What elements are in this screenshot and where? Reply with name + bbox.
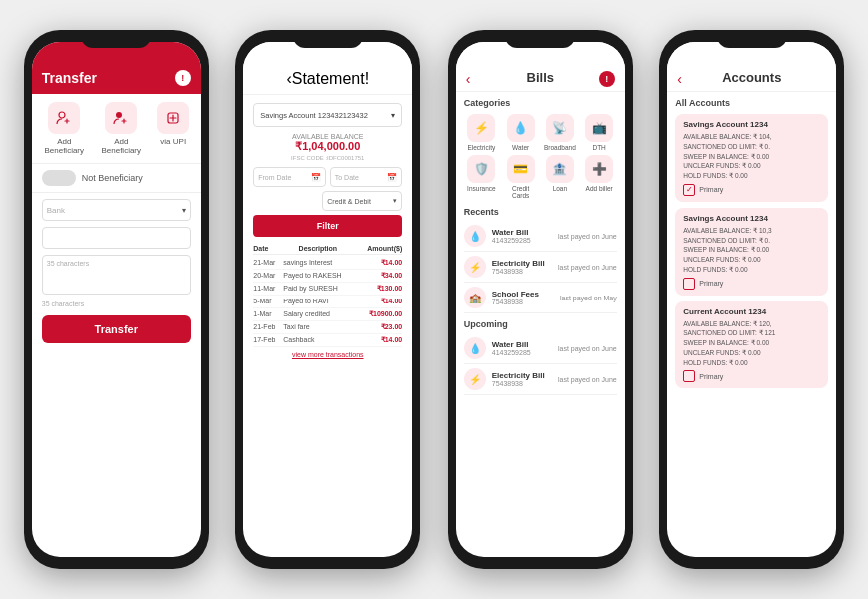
- account-card[interactable]: Current Account 1234 AVAILABLE BALANCE: …: [675, 301, 828, 389]
- transfer-form: Bank ▾ 35 characters 35 characters Trans…: [32, 193, 201, 349]
- bill-item[interactable]: ⚡Electricity Bill75438938last payed on J…: [464, 252, 617, 283]
- svg-point-0: [59, 112, 65, 118]
- notch-1: [81, 30, 151, 48]
- account-number: Savings Account 123432123432: [260, 111, 368, 120]
- category-item[interactable]: 🛡️Insurance: [464, 155, 499, 199]
- amount-input[interactable]: [42, 227, 191, 249]
- balance-label: AVAILABLE BALANCE: [253, 133, 402, 140]
- action-add-beneficiary-1[interactable]: Add Beneficiary: [43, 102, 85, 155]
- date-range-row: From Date 📅 To Date 📅: [253, 167, 402, 187]
- filter-button[interactable]: Filter: [253, 215, 402, 237]
- upcoming-bill-date: last payed on June: [558, 345, 617, 352]
- phone-bills: ‹ Bills ! Categories ⚡Electricity💧Water📡…: [448, 30, 633, 569]
- category-item[interactable]: 💳Credit Cards: [503, 155, 538, 199]
- bill-icon: ⚡: [464, 256, 486, 278]
- primary-checkbox[interactable]: [683, 370, 695, 382]
- bill-item[interactable]: 🏫School Fees75438938last payed on May: [464, 283, 617, 313]
- category-item[interactable]: 🏦Loan: [542, 155, 577, 199]
- view-more-link[interactable]: view more transactions: [253, 351, 402, 358]
- bill-date: last payed on May: [560, 295, 617, 301]
- category-label: Water: [512, 144, 529, 151]
- table-row: 1-MarSalary credited₹10900.00: [253, 308, 402, 321]
- category-item[interactable]: 📡Broadband: [542, 114, 577, 151]
- row-desc: Salary credited: [281, 310, 369, 318]
- category-item[interactable]: ➕Add biller: [582, 155, 617, 199]
- account-select[interactable]: Savings Account 123432123432 ▾: [253, 103, 402, 127]
- svg-point-1: [116, 112, 122, 118]
- row-amount: ₹14.00: [381, 298, 403, 305]
- upcoming-bill-item[interactable]: ⚡Electricity Bill75438938last payed on J…: [464, 364, 617, 395]
- transfer-alert-icon: !: [175, 70, 191, 86]
- phone-transfer: Transfer ! Add Beneficiary Add Beneficia…: [24, 30, 209, 569]
- from-date-placeholder: From Date: [258, 174, 291, 181]
- from-date-input[interactable]: From Date 📅: [253, 167, 326, 187]
- row-desc: savings Interest: [281, 259, 380, 267]
- category-icon: 📡: [546, 114, 574, 142]
- all-accounts-label: All Accounts: [675, 98, 828, 108]
- row-desc: Taxi fare: [281, 323, 380, 331]
- action-add-beneficiary-2[interactable]: Add Beneficiary: [100, 102, 142, 155]
- bank-select[interactable]: Bank ▾: [42, 199, 191, 221]
- calendar-icon-2: 📅: [387, 173, 397, 182]
- add-beneficiary-icon-2: [105, 102, 137, 134]
- upcoming-title: Upcoming: [464, 319, 617, 329]
- filter-type-select[interactable]: Credit & Debit ▾: [322, 191, 402, 211]
- category-item[interactable]: 📺DTH: [582, 114, 617, 151]
- bill-item[interactable]: 💧Water Bill4143259285last payed on June: [464, 221, 617, 252]
- account-card[interactable]: Savings Account 1234 AVAILABLE BALANCE: …: [675, 114, 828, 202]
- primary-row: ✓ Primary: [683, 184, 820, 196]
- notch-2: [293, 30, 363, 48]
- primary-checkbox[interactable]: [683, 278, 695, 290]
- upcoming-bill-icon: ⚡: [464, 368, 486, 390]
- upcoming-bill-number: 75438938: [492, 380, 552, 387]
- upcoming-bill-number: 4143259285: [492, 349, 552, 356]
- recents-section: Recents 💧Water Bill4143259285last payed …: [464, 207, 617, 313]
- bills-alert-icon: !: [599, 71, 615, 87]
- upcoming-bill-name: Electricity Bill: [492, 371, 552, 380]
- account-name: Savings Account 1234: [683, 214, 820, 223]
- table-row: 20-MarPayed to RAKESH₹34.00: [253, 270, 402, 283]
- categories-grid: ⚡Electricity💧Water📡Broadband📺DTH🛡️Insura…: [464, 114, 617, 199]
- not-beneficiary-toggle[interactable]: [42, 170, 76, 186]
- category-item[interactable]: 💧Water: [503, 114, 538, 151]
- action-label-add-beneficiary-2: Add Beneficiary: [100, 137, 142, 155]
- category-item[interactable]: ⚡Electricity: [464, 114, 499, 151]
- to-date-placeholder: To Date: [335, 174, 359, 181]
- account-card[interactable]: Savings Account 1234 AVAILABLE BALANCE: …: [675, 208, 828, 296]
- not-beneficiary-row: Not Beneficiary: [32, 164, 201, 193]
- row-amount: ₹14.00: [381, 336, 403, 344]
- bill-number: 75438938: [492, 268, 552, 275]
- row-amount: ₹130.00: [377, 285, 402, 293]
- category-icon: 🛡️: [467, 155, 495, 183]
- transfer-button[interactable]: Transfer: [42, 315, 191, 343]
- row-date: 11-Mar: [253, 285, 281, 293]
- message-textarea[interactable]: 35 characters: [42, 255, 191, 295]
- action-via-upi[interactable]: via UPI: [157, 102, 189, 155]
- primary-checkbox[interactable]: ✓: [683, 184, 695, 196]
- bills-back-icon[interactable]: ‹: [466, 71, 471, 87]
- bill-info: Water Bill4143259285: [492, 228, 552, 244]
- upcoming-bill-item[interactable]: 💧Water Bill4143259285last payed on June: [464, 333, 617, 364]
- accounts-back-icon[interactable]: ‹: [677, 71, 682, 87]
- bill-name: Water Bill: [492, 228, 552, 237]
- categories-title: Categories: [464, 98, 617, 108]
- bill-date: last payed on June: [558, 264, 617, 271]
- statement-alert-icon: !: [365, 70, 369, 88]
- recents-title: Recents: [464, 207, 617, 217]
- category-label: Insurance: [467, 185, 496, 192]
- row-desc: Cashback: [281, 336, 380, 344]
- row-desc: Paid by SURESH: [281, 285, 377, 293]
- category-label: DTH: [592, 144, 605, 151]
- category-label: Add biller: [586, 185, 613, 192]
- action-label-add-beneficiary: Add Beneficiary: [43, 137, 85, 155]
- bank-chevron-icon: ▾: [182, 206, 186, 215]
- bills-title: Bills: [527, 70, 554, 85]
- bill-name: Electricity Bill: [492, 259, 552, 268]
- to-date-input[interactable]: To Date 📅: [330, 167, 403, 187]
- category-icon: 💳: [507, 155, 535, 183]
- balance-amount: ₹1,04,000.00: [253, 140, 402, 153]
- bills-header: ‹ Bills !: [456, 42, 625, 92]
- screen-accounts: ‹ Accounts All Accounts Savings Account …: [667, 42, 836, 557]
- screen-bills: ‹ Bills ! Categories ⚡Electricity💧Water📡…: [456, 42, 625, 557]
- screen-statement: ‹ Statement ! Savings Account 1234321234…: [243, 42, 412, 557]
